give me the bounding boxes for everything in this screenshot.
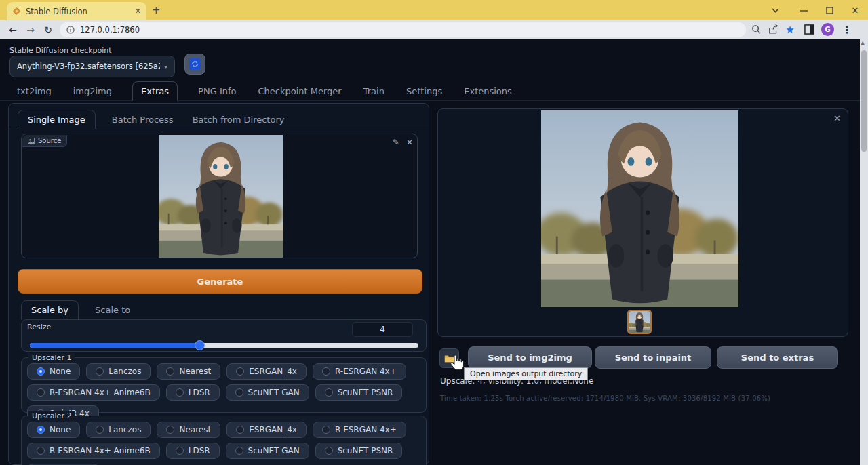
window-maximize-icon[interactable] — [823, 4, 835, 16]
scale-tab-scale-to[interactable]: Scale to — [92, 301, 133, 319]
sidebar-icon[interactable] — [804, 24, 814, 35]
tab-txt2img[interactable]: txt2img — [16, 82, 53, 100]
generate-button[interactable]: Generate — [18, 269, 422, 294]
upscaler-2-option-scunet-gan[interactable]: ScuNET GAN — [226, 443, 309, 459]
search-icon[interactable] — [751, 24, 762, 35]
scrollbar-thumb[interactable] — [861, 50, 867, 152]
upscaler-2-option-r-esrgan-4x-anime6b[interactable]: R-ESRGAN 4x+ Anime6B — [27, 443, 160, 459]
mode-tab-batch-from-directory[interactable]: Batch from Directory — [190, 110, 288, 129]
resize-slider-handle[interactable] — [195, 340, 205, 350]
upscaler2-group: Upscaler 2 NoneLanczosNearestESRGAN_4xR-… — [21, 416, 427, 465]
radio-icon — [37, 426, 45, 434]
upscaler-1-option-esrgan-4x[interactable]: ESRGAN_4x — [226, 363, 307, 380]
send-to-img2img-button[interactable]: Send to img2img — [468, 346, 592, 369]
share-icon[interactable] — [768, 24, 779, 35]
upscaler-1-option-nearest[interactable]: Nearest — [157, 363, 220, 380]
forward-icon[interactable]: → — [22, 24, 39, 35]
hand-cursor-icon — [449, 355, 464, 371]
option-label: LDSR — [189, 388, 210, 397]
option-label: Lanczos — [108, 367, 141, 376]
result-image[interactable] — [541, 110, 738, 307]
upscaler1-group: Upscaler 1 NoneLanczosNearestESRGAN_4xR-… — [21, 357, 427, 413]
image-icon — [28, 138, 35, 144]
tab-png-info[interactable]: PNG Info — [197, 82, 237, 100]
tab-close-icon[interactable]: ✕ — [135, 7, 141, 16]
upscaler2-options: NoneLanczosNearestESRGAN_4xR-ESRGAN 4x+R… — [27, 422, 422, 465]
send-to-inpaint-button[interactable]: Send to inpaint — [595, 346, 711, 369]
clear-image-icon[interactable]: ✕ — [406, 138, 413, 147]
browser-menu-dots-icon[interactable]: ⋮ — [838, 24, 856, 35]
upscaler-1-option-scunet-psnr[interactable]: ScuNET PSNR — [315, 384, 403, 401]
upscaler-2-option-r-esrgan-4x[interactable]: R-ESRGAN 4x+ — [313, 422, 406, 438]
reload-icon[interactable]: ↻ — [39, 24, 57, 35]
source-label: Source — [38, 137, 61, 144]
checkpoint-dropdown[interactable]: Anything-V3-fp32.safetensors [625a2ba2] … — [9, 56, 175, 77]
resize-slider-group: Resize 4 — [21, 319, 427, 352]
refresh-checkpoint-button[interactable] — [184, 54, 205, 75]
scale-tab-scale-by[interactable]: Scale by — [21, 300, 79, 320]
upscaler-2-option-none[interactable]: None — [27, 422, 80, 438]
option-label: ScuNET GAN — [248, 388, 300, 397]
tab-settings[interactable]: Settings — [405, 82, 443, 100]
bookmark-star-icon[interactable]: ★ — [781, 24, 799, 36]
checkpoint-value: Anything-V3-fp32.safetensors [625a2ba2] — [17, 62, 160, 71]
checkpoint-label: Stable Diffusion checkpoint — [9, 46, 112, 55]
mode-tab-single-image[interactable]: Single Image — [18, 110, 96, 129]
option-label: Nearest — [179, 425, 211, 434]
tab-train[interactable]: Train — [362, 82, 386, 100]
radio-icon — [166, 367, 174, 376]
new-tab-button[interactable]: + — [152, 4, 161, 16]
upscaler-1-option-none[interactable]: None — [27, 363, 80, 380]
source-image — [159, 135, 283, 258]
main-tabs: txt2imgimg2imgExtrasPNG InfoCheckpoint M… — [0, 80, 860, 101]
radio-icon — [322, 426, 330, 434]
upscaler-2-option-scunet-psnr[interactable]: ScuNET PSNR — [315, 443, 403, 459]
url-bar[interactable]: 127.0.0.1:7860 — [60, 22, 746, 37]
avatar[interactable]: G — [821, 23, 834, 36]
upscaler-1-option-ldsr[interactable]: LDSR — [166, 384, 220, 401]
radio-icon — [37, 388, 45, 397]
option-label: R-ESRGAN 4x+ — [335, 367, 397, 376]
browser-titlebar: Stable Diffusion ✕ + ✕ — [0, 0, 868, 20]
window-minimize-icon[interactable] — [797, 4, 810, 16]
upscaler-1-option-scunet-gan[interactable]: ScuNET GAN — [226, 384, 309, 401]
option-label: ScuNET PSNR — [338, 388, 393, 397]
edit-image-icon[interactable]: ✎ — [393, 138, 399, 147]
upscaler-1-option-r-esrgan-4x[interactable]: R-ESRGAN 4x+ — [313, 363, 406, 380]
url-text[interactable]: 127.0.0.1:7860 — [80, 25, 140, 35]
resize-number-input[interactable]: 4 — [352, 322, 413, 337]
chevron-down-icon: ▾ — [164, 63, 167, 70]
upscaler-2-option-esrgan-4x[interactable]: ESRGAN_4x — [226, 422, 307, 438]
scrollbar-up-icon[interactable]: ▲ — [861, 40, 865, 46]
source-chip: Source — [22, 135, 67, 147]
upscaler-1-option-lanczos[interactable]: Lanczos — [86, 363, 151, 380]
upscaler-2-option-nearest[interactable]: Nearest — [157, 422, 220, 438]
tab-extras[interactable]: Extras — [132, 81, 178, 101]
option-label: ScuNET GAN — [248, 446, 300, 456]
result-thumbnail[interactable] — [627, 310, 652, 334]
tab-extensions[interactable]: Extensions — [462, 82, 513, 100]
option-label: R-ESRGAN 4x+ — [335, 425, 397, 434]
tab-checkpoint-merger[interactable]: Checkpoint Merger — [256, 82, 342, 100]
mode-tab-batch-process[interactable]: Batch Process — [109, 110, 176, 129]
scale-tabs: Scale byScale to — [9, 294, 429, 319]
source-image-dropzone[interactable]: Source ✎ ✕ — [21, 134, 418, 258]
upscaler-2-option-ldsr[interactable]: LDSR — [166, 443, 220, 459]
radio-icon — [96, 367, 104, 376]
tab-img2img[interactable]: img2img — [72, 82, 113, 100]
send-to-extras-button[interactable]: Send to extras — [717, 346, 838, 369]
option-label: Lanczos — [108, 425, 141, 434]
upscaler-1-option-r-esrgan-4x-anime6b[interactable]: R-ESRGAN 4x+ Anime6B — [27, 384, 160, 401]
window-close-icon[interactable]: ✕ — [849, 4, 861, 16]
window-menu-chevron-icon[interactable] — [769, 4, 781, 16]
browser-toolbar: ← → ↻ 127.0.0.1:7860 ★ G ⋮ — [0, 20, 868, 39]
option-label: LDSR — [189, 446, 210, 456]
back-icon[interactable]: ← — [4, 24, 22, 35]
upscaler1-options: NoneLanczosNearestESRGAN_4xR-ESRGAN 4x+R… — [27, 363, 422, 422]
upscaler-2-option-lanczos[interactable]: Lanczos — [86, 422, 151, 438]
option-label: ScuNET PSNR — [338, 446, 393, 456]
site-info-icon[interactable] — [66, 26, 75, 34]
browser-tab[interactable]: Stable Diffusion ✕ — [7, 2, 146, 20]
gallery-close-icon[interactable]: ✕ — [833, 113, 841, 123]
upscaler2-label: Upscaler 2 — [28, 411, 75, 420]
